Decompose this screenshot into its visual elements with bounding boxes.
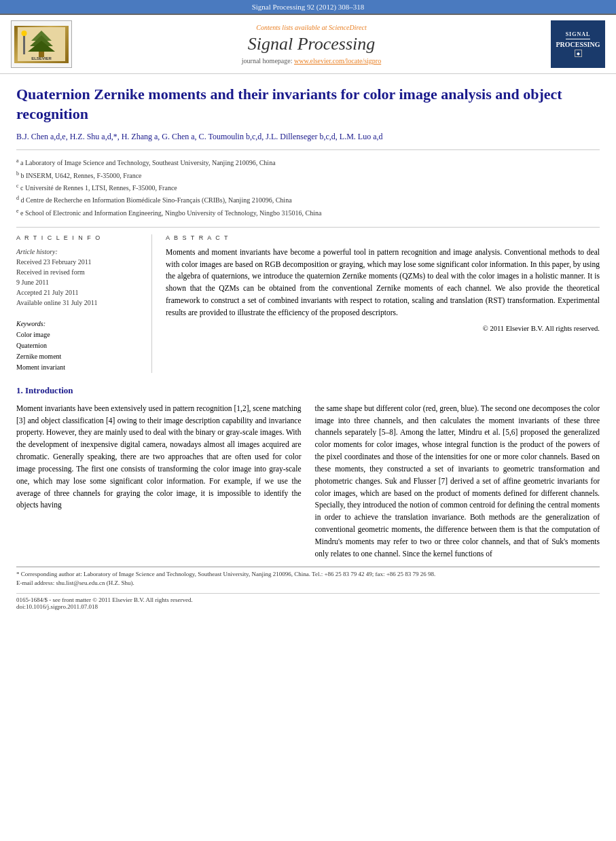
- introduction-title: 1. Introduction: [16, 385, 600, 396]
- authors-line: B.J. Chen a,d,e, H.Z. Shu a,d,*, H. Zhan…: [16, 130, 600, 143]
- revised-label: Received in revised form: [16, 267, 142, 277]
- doi-text: doi:10.1016/j.sigpro.2011.07.018: [16, 603, 600, 610]
- svg-text:ELSEVIER: ELSEVIER: [31, 56, 52, 60]
- corresponding-author-note: * Corresponding author at: Laboratory of…: [16, 570, 600, 579]
- main-content: Quaternion Zernike moments and their inv…: [0, 74, 616, 610]
- separator-1: [16, 149, 600, 150]
- affiliation-b: b b INSERM, U642, Rennes, F-35000, Franc…: [16, 170, 600, 181]
- introduction-body: Moment invariants have been extensively …: [16, 403, 600, 560]
- elsevier-logo: ELSEVIER: [11, 20, 72, 68]
- intro-right-column: the same shape but different color (red,…: [315, 403, 600, 560]
- keyword-1: Color image: [16, 329, 142, 340]
- authors-text: B.J. Chen a,d,e, H.Z. Shu a,d,*, H. Zhan…: [16, 132, 383, 141]
- keyword-2: Quaternion: [16, 340, 142, 351]
- footnote-section: * Corresponding author at: Laboratory of…: [16, 567, 600, 587]
- keywords-block: Keywords: Color image Quaternion Zernike…: [16, 319, 142, 373]
- journal-homepage: journal homepage: www.elsevier.com/locat…: [83, 57, 540, 65]
- affiliation-c: c c Université de Rennes 1, LTSI, Rennes…: [16, 182, 600, 194]
- affiliation-a: a a Laboratory of Image Science and Tech…: [16, 157, 600, 168]
- email-note: E-mail address: shu.list@seu.edu.cn (H.Z…: [16, 579, 600, 588]
- abstract-body: Moments and moment invariants have becom…: [166, 247, 600, 334]
- abstract-column: A B S T R A C T Moments and moment invar…: [166, 234, 600, 373]
- affiliation-d: d d Centre de Recherche en Information B…: [16, 194, 600, 206]
- copyright-notice: © 2011 Elsevier B.V. All rights reserved…: [166, 323, 600, 334]
- issn-text: 0165-1684/$ - see front matter © 2011 El…: [16, 596, 600, 603]
- badge-processing-text: PROCESSING: [556, 41, 600, 48]
- paper-title: Quaternion Zernike moments and their inv…: [16, 85, 600, 124]
- introduction-section: 1. Introduction Moment invariants have b…: [16, 385, 600, 610]
- accepted-date: Accepted 21 July 2011: [16, 287, 142, 298]
- affiliations-block: a a Laboratory of Image Science and Tech…: [16, 157, 600, 219]
- article-info-header: A R T I C L E I N F O: [16, 234, 142, 241]
- elsevier-logo-image: ELSEVIER: [14, 26, 69, 63]
- svg-rect-5: [23, 34, 25, 54]
- affiliation-e: e e School of Electronic and Information…: [16, 207, 600, 219]
- introduction-title-text: Introduction: [25, 385, 73, 395]
- online-date: Available online 31 July 2011: [16, 298, 142, 308]
- badge-signal-text: SIGNAL: [566, 31, 591, 39]
- intro-left-column: Moment invariants have been extensively …: [16, 403, 302, 560]
- keyword-4: Moment invariant: [16, 362, 142, 373]
- history-label: Article history:: [16, 247, 142, 257]
- revised-date: 9 June 2011: [16, 277, 142, 287]
- journal-citation-bar: Signal Processing 92 (2012) 308–318: [0, 0, 616, 14]
- bottom-copyright: 0165-1684/$ - see front matter © 2011 El…: [16, 593, 600, 610]
- keyword-3: Zernike moment: [16, 351, 142, 362]
- journal-header: ELSEVIER Contents lists available at Sci…: [0, 14, 616, 74]
- journal-citation-text: Signal Processing 92 (2012) 308–318: [252, 3, 365, 11]
- received-date: Received 23 February 2011: [16, 257, 142, 267]
- journal-title: Signal Processing: [83, 34, 540, 54]
- svg-point-6: [22, 31, 27, 36]
- article-info-column: A R T I C L E I N F O Article history: R…: [16, 234, 152, 373]
- sciencedirect-link: Contents lists available at ScienceDirec…: [83, 24, 540, 31]
- article-history: Article history: Received 23 February 20…: [16, 247, 142, 308]
- signal-processing-badge: SIGNAL PROCESSING ◆: [551, 20, 605, 68]
- homepage-link[interactable]: www.elsevier.com/locate/sigpro: [294, 57, 381, 65]
- keywords-label: Keywords:: [16, 319, 142, 329]
- badge-decoration: ◆: [575, 50, 582, 57]
- separator-2: [16, 227, 600, 228]
- abstract-header: A B S T R A C T: [166, 234, 600, 241]
- article-meta-section: A R T I C L E I N F O Article history: R…: [16, 234, 600, 373]
- journal-center-info: Contents lists available at ScienceDirec…: [83, 24, 540, 65]
